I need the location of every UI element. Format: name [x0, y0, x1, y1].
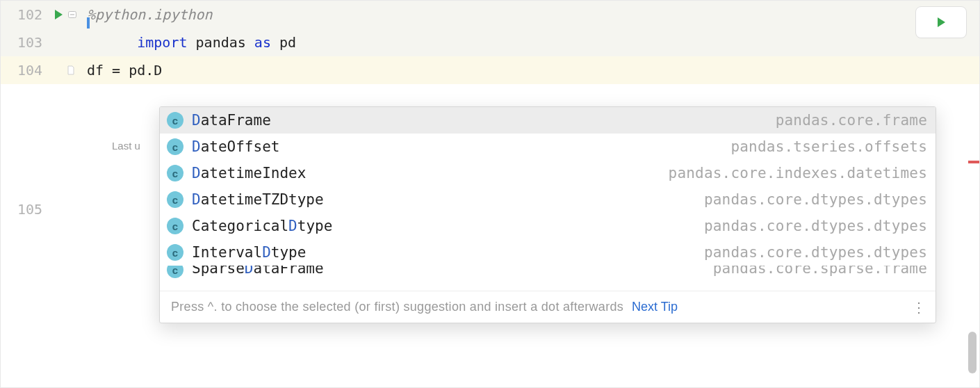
- code-editor[interactable]: 102 %python.ipython 103 import pandas as…: [1, 1, 979, 387]
- line-number: 104: [1, 62, 48, 79]
- completion-symbol: DateOffset: [192, 138, 279, 155]
- scrollbar-thumb[interactable]: [968, 332, 977, 373]
- completion-item-partial[interactable]: cSparseDataFramepandas.core.sparse.frame: [160, 266, 936, 280]
- code-text: df = pd.D: [87, 62, 162, 79]
- alias-name: pd: [279, 34, 296, 51]
- class-badge-icon: c: [167, 112, 183, 129]
- completion-module: pandas.core.frame: [776, 112, 927, 129]
- completion-symbol: DataFrame: [192, 112, 271, 129]
- completion-item[interactable]: cDatetimeIndexpandas.core.indexes.dateti…: [160, 160, 936, 186]
- class-badge-icon: c: [167, 191, 183, 208]
- class-badge-icon: c: [167, 244, 183, 261]
- completion-symbol: CategoricalDtype: [192, 218, 332, 234]
- module-name: pandas: [196, 34, 246, 51]
- completion-module: pandas.core.sparse.frame: [713, 266, 927, 277]
- code-line[interactable]: 103 import pandas as pd: [1, 29, 979, 56]
- keyword-import: import: [137, 34, 187, 51]
- last-updated-label: Last u: [112, 140, 140, 152]
- completion-tip-text: Press ^. to choose the selected (or firs…: [171, 300, 623, 314]
- completion-module: pandas.core.dtypes.dtypes: [704, 191, 927, 208]
- completion-module: pandas.core.dtypes.dtypes: [704, 218, 927, 234]
- completion-list[interactable]: cDataFramepandas.core.framecDateOffsetpa…: [160, 107, 936, 291]
- completion-module: pandas.core.indexes.datetimes: [669, 165, 927, 181]
- completion-symbol: DatetimeTZDtype: [192, 191, 324, 208]
- completion-item[interactable]: cIntervalDtypepandas.core.dtypes.dtypes: [160, 239, 936, 266]
- completion-module: pandas.tseries.offsets: [730, 138, 927, 155]
- fold-minus-icon[interactable]: [67, 8, 77, 21]
- class-badge-icon: c: [167, 138, 183, 155]
- line-number: 102: [1, 6, 48, 23]
- completion-footer: Press ^. to choose the selected (or firs…: [160, 291, 936, 323]
- class-badge-icon: c: [167, 165, 183, 181]
- completion-symbol: IntervalDtype: [192, 244, 306, 261]
- completion-symbol: DatetimeIndex: [192, 165, 306, 181]
- fold-icon[interactable]: [66, 64, 76, 76]
- line-number: 105: [1, 201, 48, 218]
- completion-item[interactable]: cDatetimeTZDtypepandas.core.dtypes.dtype…: [160, 186, 936, 213]
- editor-scrollbar[interactable]: [968, 5, 978, 383]
- code-line-current[interactable]: 104 df = pd.D: [1, 56, 979, 84]
- completion-item[interactable]: cDateOffsetpandas.tseries.offsets: [160, 134, 936, 160]
- completion-item[interactable]: cDataFramepandas.core.frame: [160, 107, 936, 134]
- next-tip-link[interactable]: Next Tip: [632, 300, 678, 314]
- run-cell-gutter-icon[interactable]: [52, 8, 65, 21]
- class-badge-icon: c: [167, 218, 183, 234]
- line-number: 103: [1, 34, 48, 51]
- more-menu-icon[interactable]: ⋮: [912, 299, 926, 316]
- class-badge-icon: c: [167, 266, 183, 278]
- completion-module: pandas.core.dtypes.dtypes: [704, 244, 927, 261]
- completion-item[interactable]: cCategoricalDtypepandas.core.dtypes.dtyp…: [160, 213, 936, 239]
- completion-popup: cDataFramepandas.core.framecDateOffsetpa…: [159, 106, 936, 323]
- keyword-as: as: [254, 34, 271, 51]
- completion-symbol: SparseDataFrame: [192, 266, 324, 277]
- run-cell-button[interactable]: [915, 6, 967, 38]
